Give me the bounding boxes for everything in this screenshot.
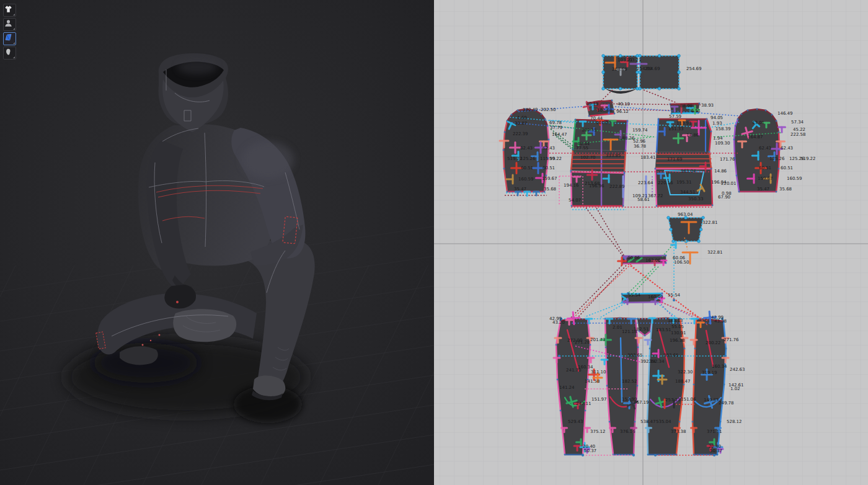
svg-text:196.96: 196.96 [589,184,604,189]
svg-text:2.01: 2.01 [613,325,622,330]
svg-text:249.78: 249.78 [719,401,734,406]
svg-text:302.65: 302.65 [663,353,679,358]
svg-text:160.49: 160.49 [648,295,663,300]
svg-text:36.51: 36.51 [688,109,701,113]
svg-text:162.00: 162.00 [645,258,661,263]
svg-text:52.96: 52.96 [633,139,646,144]
svg-text:99.22: 99.22 [549,156,562,161]
svg-text:188.47: 188.47 [675,379,691,384]
svg-text:37.79: 37.79 [550,125,562,130]
svg-text:45.22: 45.22 [793,127,805,132]
svg-text:125.26: 125.26 [520,156,536,161]
svg-text:140.49: 140.49 [523,107,538,112]
svg-text:194.16: 194.16 [564,183,579,188]
svg-text:182.52: 182.52 [622,379,637,384]
svg-text:344.51: 344.51 [680,190,696,195]
head-icon [4,47,13,56]
svg-text:371.11: 371.11 [707,429,722,434]
svg-text:535.04: 535.04 [656,419,671,424]
viewport-3d[interactable] [0,0,434,485]
svg-text:302.65: 302.65 [627,353,643,358]
svg-text:183.13: 183.13 [668,318,683,323]
svg-text:62.43: 62.43 [542,146,555,151]
svg-text:14.86: 14.86 [686,133,699,138]
svg-text:247.11: 247.11 [576,401,591,406]
svg-text:267.19: 267.19 [634,400,649,405]
svg-text:60.06: 60.06 [627,256,640,260]
shin-left [173,309,236,342]
svg-text:196.38: 196.38 [670,338,685,343]
svg-text:160.59: 160.59 [518,177,534,182]
show-garment-button[interactable] [3,4,16,17]
svg-text:182.51: 182.51 [634,327,649,332]
svg-text:254.69: 254.69 [645,66,660,71]
svg-text:333.85: 333.85 [606,153,621,158]
svg-text:55.54: 55.54 [628,293,641,298]
svg-text:35.68: 35.68 [544,187,556,192]
svg-text:257.13: 257.13 [665,398,681,403]
svg-text:183.51: 183.51 [656,327,671,332]
svg-text:113.91: 113.91 [676,121,692,126]
svg-text:101.27: 101.27 [596,120,611,125]
svg-text:311.10: 311.10 [591,370,606,375]
svg-text:62.43: 62.43 [759,146,771,151]
svg-text:88.98: 88.98 [680,104,693,109]
pattern-piece-bodice-left-mid[interactable] [570,149,627,173]
svg-text:1.69: 1.69 [517,115,527,120]
svg-text:151.33: 151.33 [668,127,684,131]
svg-text:195.31: 195.31 [676,180,692,185]
svg-text:141.58: 141.58 [585,379,600,384]
svg-text:103.21: 103.21 [626,58,642,63]
svg-text:200.22: 200.22 [706,340,721,345]
svg-text:94.05: 94.05 [711,115,723,120]
svg-text:36.78: 36.78 [634,144,646,149]
svg-text:350.33: 350.33 [688,197,704,202]
show-2d-pattern-button[interactable] [3,32,16,45]
svg-text:375.12: 375.12 [590,429,606,434]
svg-text:40.13: 40.13 [586,102,598,107]
svg-text:62.43: 62.43 [781,146,793,151]
svg-text:35.68: 35.68 [779,187,792,192]
show-head-button[interactable] [3,47,16,60]
svg-text:57.34: 57.34 [791,120,804,125]
pattern-editor-2d[interactable]: 103.21103.21204.69254.69254.69254.6940.1… [434,0,868,485]
svg-text:96.12: 96.12 [616,109,629,114]
svg-text:62.43: 62.43 [520,146,533,151]
svg-text:50.37: 50.37 [584,448,596,453]
svg-text:322.30: 322.30 [678,370,693,375]
svg-text:963.04: 963.04 [678,212,693,217]
svg-text:529.43: 529.43 [568,419,583,424]
garment-design-app: 103.21103.21204.69254.69254.69254.6940.1… [0,0,868,485]
svg-text:241.70: 241.70 [566,368,582,373]
svg-text:77.55: 77.55 [576,146,588,151]
svg-text:69.78: 69.78 [549,120,562,125]
svg-text:151.97: 151.97 [591,397,607,402]
svg-text:43.01: 43.01 [752,120,764,125]
svg-text:50.37: 50.37 [710,448,722,453]
svg-text:223.64: 223.64 [638,180,653,185]
svg-text:109.30: 109.30 [715,141,730,146]
svg-text:54.07: 54.07 [569,198,581,203]
svg-text:222.89: 222.89 [609,184,625,189]
pattern-piece-front-panel-right[interactable] [639,55,681,91]
svg-text:373.38: 373.38 [671,429,686,434]
svg-text:40.10: 40.10 [618,102,630,107]
svg-text:164.87: 164.87 [748,135,763,140]
svg-text:35.47: 35.47 [757,187,769,192]
svg-text:103.68: 103.68 [597,108,613,113]
svg-text:149.85: 149.85 [704,398,719,403]
svg-text:159.67: 159.67 [542,176,557,181]
svg-text:43.38: 43.38 [714,319,727,324]
show-avatar-button[interactable] [3,18,16,31]
svg-text:151.06: 151.06 [681,397,696,402]
svg-text:57.59: 57.59 [669,114,681,119]
svg-text:322.81: 322.81 [707,250,723,255]
svg-text:1.02: 1.02 [730,386,740,391]
svg-text:38.93: 38.93 [701,103,714,108]
pattern-canvas[interactable]: 103.21103.21204.69254.69254.69254.6940.1… [434,0,868,485]
svg-text:220.01: 220.01 [721,181,737,186]
svg-text:125.26: 125.26 [789,156,805,161]
svg-text:106.50: 106.50 [674,260,689,265]
svg-text:352.34: 352.34 [649,359,665,364]
svg-text:67.90: 67.90 [718,195,730,200]
